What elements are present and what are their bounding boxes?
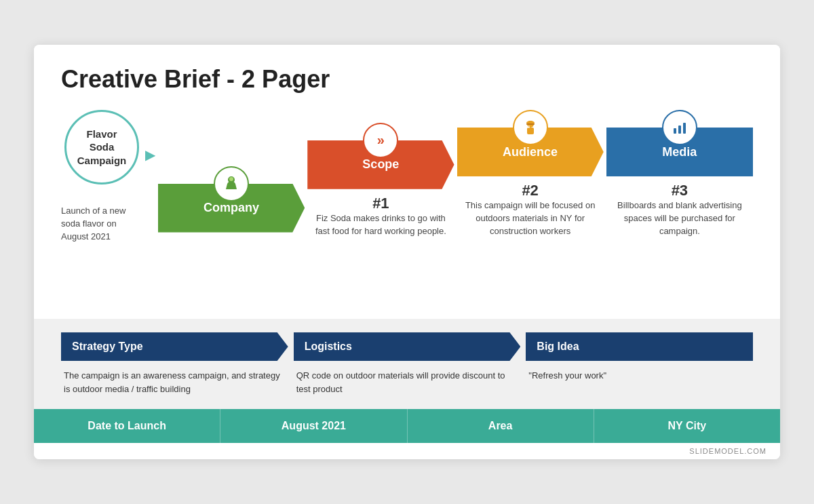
strategy-type-header: Strategy Type [61, 332, 288, 361]
svg-rect-7 [674, 128, 676, 134]
bottom-section: Date to Launch August 2021 Area NY City [34, 409, 780, 443]
flow-item-company: Company [158, 166, 305, 238]
svg-rect-9 [683, 123, 686, 134]
date-to-launch-label: Date to Launch [34, 409, 220, 443]
audience-desc: This campaign will be focused on outdoor… [457, 199, 604, 238]
big-idea-block: Big Idea "Refresh your work" [526, 332, 753, 383]
flow-item-audience: Audience #2 This campaign will be focuse… [457, 110, 604, 238]
scope-desc: Fiz Soda makes drinks to go with fast fo… [307, 212, 454, 238]
svg-rect-8 [678, 125, 681, 134]
flow-item-media: Media #3 Billboards and blank advertisin… [606, 110, 753, 238]
area-label: Area [408, 409, 594, 443]
top-section: Creative Brief - 2 Pager FlavorSodaCampa… [34, 45, 780, 319]
campaign-circle: FlavorSodaCampaign [64, 110, 139, 185]
slide-title: Creative Brief - 2 Pager [61, 65, 753, 94]
media-number: #3 [672, 182, 688, 199]
scope-number: #1 [372, 195, 389, 212]
media-icon-circle [662, 110, 697, 145]
svg-rect-4 [528, 125, 530, 128]
strategy-row: Strategy Type The campaign is an awarene… [61, 332, 753, 395]
ny-city-value: NY City [594, 409, 780, 443]
svg-rect-3 [527, 128, 534, 134]
logistics-block: Logistics QR code on outdoor materials w… [294, 332, 521, 395]
big-idea-text: "Refresh your work" [526, 369, 753, 383]
slide-container: Creative Brief - 2 Pager FlavorSodaCampa… [34, 45, 780, 459]
big-idea-header: Big Idea [526, 332, 753, 361]
media-desc: Billboards and blank advertising spaces … [606, 199, 753, 238]
svg-point-1 [229, 177, 233, 181]
strategy-type-text: The campaign is an awareness campaign, a… [61, 369, 288, 395]
svg-rect-6 [526, 123, 535, 125]
company-icon-circle [214, 166, 249, 201]
audience-icon-circle [513, 110, 548, 145]
audience-number: #2 [522, 182, 538, 199]
logistics-header: Logistics [294, 332, 521, 361]
august-2021-value: August 2021 [220, 409, 407, 443]
watermark: SLIDEMODEL.COM [34, 443, 780, 459]
middle-section: Strategy Type The campaign is an awarene… [34, 319, 780, 409]
strategy-type-block: Strategy Type The campaign is an awarene… [61, 332, 288, 395]
flow-item-scope: » Scope #1 Fiz Soda makes drinks to go w… [307, 123, 454, 238]
left-description: Launch of a new soda flavor on August 20… [61, 205, 142, 305]
arrow-connector: ▶ [145, 147, 155, 163]
scope-icon-circle: » [363, 123, 398, 158]
logistics-text: QR code on outdoor materials will provid… [294, 369, 521, 395]
